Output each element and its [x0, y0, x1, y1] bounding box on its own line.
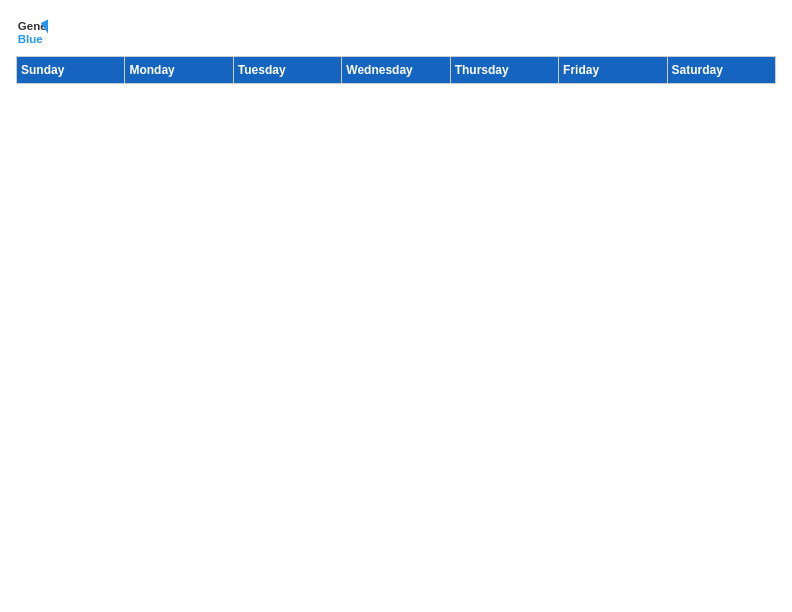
column-header-monday: Monday: [125, 57, 233, 84]
logo: General Blue: [16, 16, 52, 48]
column-header-sunday: Sunday: [17, 57, 125, 84]
header-row: SundayMondayTuesdayWednesdayThursdayFrid…: [17, 57, 776, 84]
calendar-table: SundayMondayTuesdayWednesdayThursdayFrid…: [16, 56, 776, 84]
logo-icon: General Blue: [16, 16, 48, 48]
column-header-saturday: Saturday: [667, 57, 775, 84]
column-header-friday: Friday: [559, 57, 667, 84]
column-header-tuesday: Tuesday: [233, 57, 341, 84]
header: General Blue: [16, 16, 776, 48]
column-header-wednesday: Wednesday: [342, 57, 450, 84]
column-header-thursday: Thursday: [450, 57, 558, 84]
svg-text:Blue: Blue: [18, 33, 44, 45]
